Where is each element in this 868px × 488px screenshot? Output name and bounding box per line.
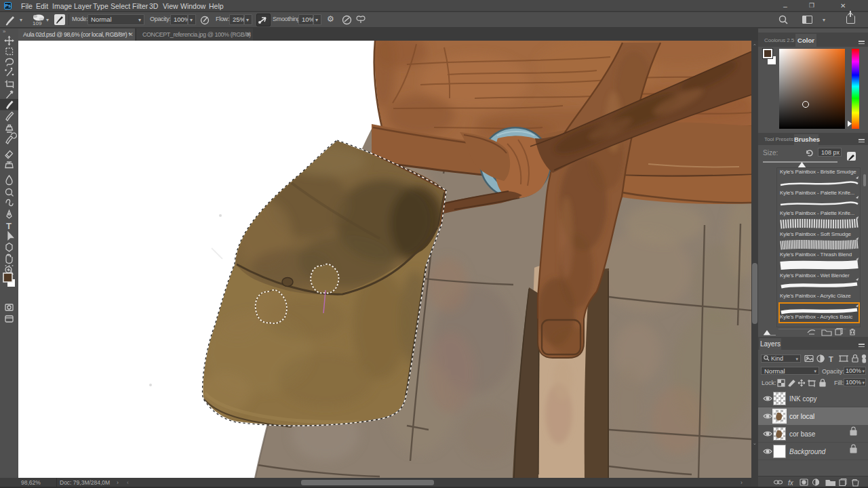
svg-text:T: T bbox=[829, 355, 833, 363]
svg-text:fx: fx bbox=[788, 479, 794, 487]
svg-text:»: » bbox=[3, 28, 6, 35]
svg-text:T: T bbox=[6, 221, 12, 231]
